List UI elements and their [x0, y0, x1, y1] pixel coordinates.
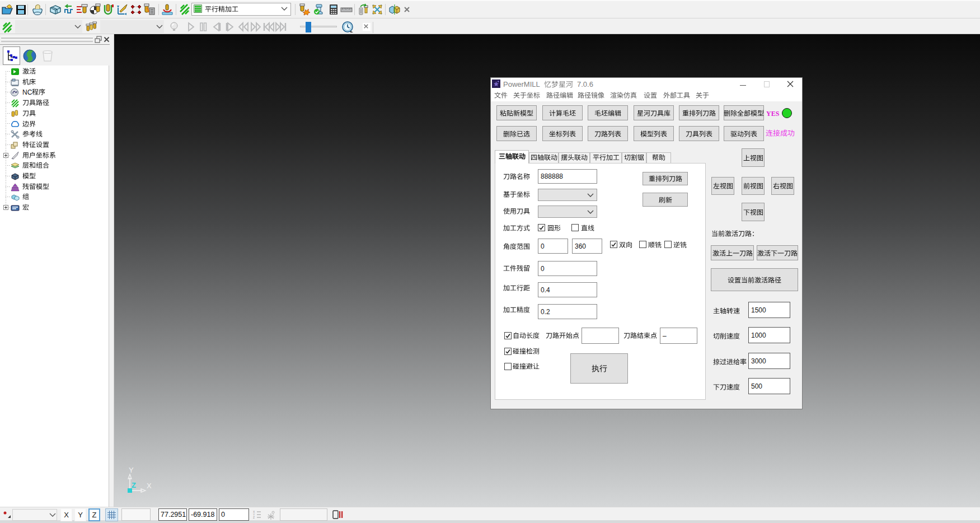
svg-text:Z: Z [253, 516, 255, 519]
svg-text:Z: Z [132, 481, 136, 489]
svg-text:X: X [147, 482, 152, 490]
svg-text:Y: Y [129, 466, 134, 474]
